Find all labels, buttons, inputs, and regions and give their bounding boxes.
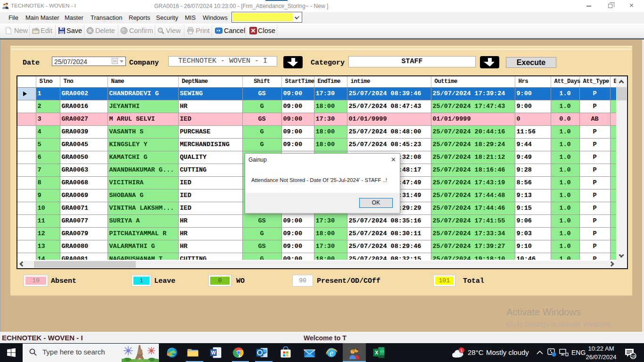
svg-text:X: X — [375, 350, 378, 355]
svg-text:18: 18 — [631, 354, 636, 359]
svg-text:1: 1 — [460, 348, 462, 353]
svg-text:W: W — [211, 350, 216, 355]
